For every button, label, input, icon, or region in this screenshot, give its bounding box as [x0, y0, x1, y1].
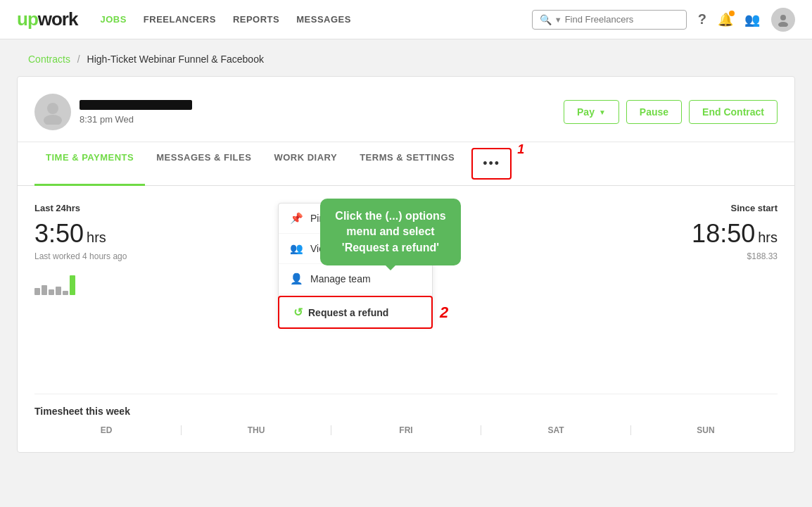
dropdown-manage-label: Manage team	[310, 273, 371, 284]
tabs-bar: TIME & PAYMENTS MESSAGES & FILES WORK DI…	[18, 142, 794, 186]
day-label-ed: ED	[34, 425, 178, 435]
svg-point-3	[44, 115, 62, 125]
request-refund-button[interactable]: ↺ Request a refund	[278, 296, 433, 329]
step-label-1: 1	[517, 142, 524, 185]
day-sun: SUN	[634, 425, 778, 435]
main-card: 8:31 pm Wed Pay ▼ Pause End Contract TIM…	[17, 76, 795, 453]
notification-dot	[729, 11, 735, 16]
refund-icon: ↺	[293, 306, 303, 319]
day-ed: ED	[34, 425, 178, 435]
pay-chevron-icon: ▼	[599, 108, 606, 116]
timesheet-title: Timesheet this week	[34, 406, 778, 417]
tab-terms-settings[interactable]: TERMS & SETTINGS	[348, 142, 466, 186]
stat-since-sub: $188.33	[406, 251, 778, 261]
header-right: 🔍 ▼ ? 🔔 👥	[532, 8, 795, 32]
search-icon: 🔍	[540, 14, 552, 25]
stat-since-start: Since start 18:50 hrs $188.33	[406, 203, 778, 295]
breadcrumb-bar: Contracts / High-Ticket Webinar Funnel &…	[0, 39, 812, 76]
search-bar[interactable]: 🔍 ▼	[532, 10, 687, 30]
chart-bar	[42, 285, 47, 295]
contractor-time: 8:31 pm Wed	[80, 114, 564, 125]
stat-since-value: 18:50	[692, 219, 755, 249]
pause-button[interactable]: Pause	[626, 100, 682, 124]
dropdown-manage-team[interactable]: 👤 Manage team	[279, 264, 432, 294]
stat-last24-unit: hrs	[87, 230, 106, 246]
logo-text: upwork	[17, 8, 77, 30]
tooltip-bubble: Click the (...) options menu and select …	[320, 199, 461, 265]
day-label-thu: THU	[184, 425, 328, 435]
svg-point-0	[780, 15, 786, 20]
chart-bar	[63, 291, 68, 295]
stat-since-unit: hrs	[758, 230, 778, 246]
tab-messages-files[interactable]: MESSAGES & FILES	[145, 142, 262, 186]
step-label-2: 2	[440, 303, 448, 322]
breadcrumb-contracts-link[interactable]: Contracts	[28, 54, 70, 65]
day-sat: SAT	[484, 425, 628, 435]
day-thu: THU	[184, 425, 328, 435]
refund-label: Request a refund	[308, 307, 388, 318]
tooltip-text: Click the (...) options menu and select …	[335, 210, 445, 254]
timesheet-grid: ED THU FRI SAT SUN	[34, 425, 778, 435]
nav-reports[interactable]: REPORTS	[233, 14, 279, 25]
contractor-info: 8:31 pm Wed	[80, 100, 564, 125]
chart-bar-green	[70, 275, 75, 295]
breadcrumb-current-page: High-Ticket Webinar Funnel & Facebook	[87, 54, 264, 65]
chart-bar	[49, 289, 54, 295]
svg-point-2	[47, 103, 58, 114]
svg-point-1	[778, 22, 788, 27]
divider	[481, 425, 481, 435]
divider	[181, 425, 182, 435]
day-label-sun: SUN	[634, 425, 778, 435]
pay-label: Pay	[577, 106, 595, 118]
main-nav: JOBS FREELANCERS REPORTS MESSAGES	[100, 14, 531, 25]
header-actions: Pay ▼ Pause End Contract	[564, 100, 778, 124]
divider	[331, 425, 331, 435]
team-icon[interactable]: 👥	[744, 12, 760, 27]
tab-work-diary[interactable]: WORK DIARY	[262, 142, 348, 186]
timesheet-section: Timesheet this week ED THU FRI SAT	[34, 394, 778, 435]
contractor-header: 8:31 pm Wed Pay ▼ Pause End Contract	[18, 77, 794, 142]
end-contract-button[interactable]: End Contract	[689, 100, 778, 124]
content-area: Last 24hrs 3:50 hrs Last worked 4 hours …	[18, 186, 794, 452]
user-avatar[interactable]	[771, 8, 795, 32]
divider	[630, 425, 631, 435]
three-dots-icon: •••	[483, 156, 500, 171]
stats-row: Last 24hrs 3:50 hrs Last worked 4 hours …	[34, 203, 778, 295]
help-icon[interactable]: ?	[698, 11, 706, 27]
nav-jobs[interactable]: JOBS	[100, 14, 126, 25]
search-input[interactable]	[565, 14, 678, 25]
day-label-sat: SAT	[484, 425, 628, 435]
nav-freelancers[interactable]: FREELANCERS	[144, 14, 216, 25]
contractor-name-redacted	[80, 100, 192, 110]
breadcrumb-separator: /	[77, 54, 80, 65]
pin-icon: 📌	[290, 212, 303, 225]
tab-more-button[interactable]: •••	[471, 148, 512, 180]
tab-time-payments[interactable]: TIME & PAYMENTS	[34, 142, 145, 186]
header: upwork JOBS FREELANCERS REPORTS MESSAGES…	[0, 0, 812, 39]
pay-button[interactable]: Pay ▼	[564, 100, 619, 124]
search-dropdown-arrow[interactable]: ▼	[554, 15, 562, 24]
day-fri: FRI	[334, 425, 478, 435]
logo[interactable]: upwork	[17, 8, 77, 30]
notification-icon[interactable]: 🔔	[718, 12, 733, 27]
refund-button-wrap: ↺ Request a refund 2	[278, 296, 448, 329]
nav-messages[interactable]: MESSAGES	[296, 14, 351, 25]
team-manage-icon: 👤	[290, 273, 303, 285]
profile-icon: 👥	[290, 242, 303, 255]
stat-since-label: Since start	[406, 203, 778, 213]
day-label-fri: FRI	[334, 425, 478, 435]
breadcrumb: Contracts / High-Ticket Webinar Funnel &…	[28, 54, 264, 65]
contractor-avatar	[34, 94, 71, 130]
chart-bar	[56, 287, 61, 295]
chart-bar	[34, 288, 40, 295]
stat-last24-value: 3:50	[34, 219, 84, 249]
